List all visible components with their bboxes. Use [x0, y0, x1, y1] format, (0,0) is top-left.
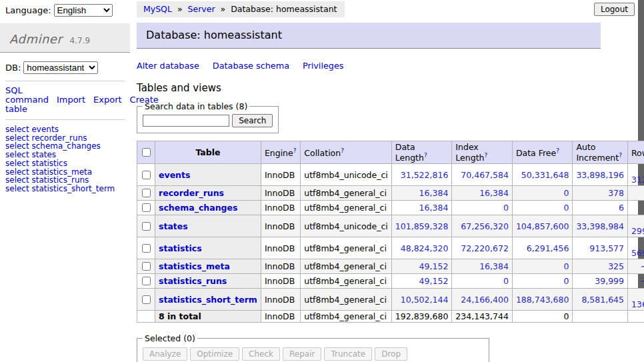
language-select[interactable]: English — [54, 4, 113, 17]
rows-value-statistics_meta[interactable]: ~ 244 — [640, 261, 644, 271]
data-free-value-states[interactable]: 104,857,600 — [516, 221, 569, 231]
sidebar-action-sql-command[interactable]: SQL command — [5, 85, 49, 105]
privileges-link[interactable]: Privileges — [303, 61, 344, 71]
tables-and-views-heading: Tables and views — [137, 82, 601, 94]
data-free-value-statistics[interactable]: 6,291,456 — [527, 243, 569, 253]
table-link-events[interactable]: events — [159, 170, 190, 180]
index-length-value-statistics_meta[interactable]: 16,384 — [479, 261, 509, 271]
help-icon[interactable]: ? — [484, 152, 487, 159]
index-length-value-statistics[interactable]: 72,220,672 — [461, 243, 509, 253]
table-link-states[interactable]: states — [159, 221, 188, 231]
auto-increment-value-events[interactable]: 33,898,196 — [576, 170, 624, 180]
row-checkbox-statistics_meta[interactable] — [142, 262, 151, 271]
database-schema-link[interactable]: Database schema — [213, 61, 289, 71]
index-length-cell: 0 — [452, 274, 513, 289]
index-length-value-states[interactable]: 67,256,320 — [461, 221, 509, 231]
index-length-value-schema_changes[interactable]: 0 — [503, 203, 509, 213]
optimize-button[interactable]: Optimize — [190, 347, 239, 361]
data-free-value-statistics_meta[interactable]: 0 — [563, 261, 569, 271]
sidebar-select-statistics[interactable]: select statistics — [5, 159, 125, 168]
index-length-value-statistics_runs[interactable]: 0 — [503, 276, 509, 286]
help-icon[interactable]: ? — [556, 147, 559, 154]
table-link-schema_changes[interactable]: schema_changes — [159, 203, 237, 213]
sidebar-select-states[interactable]: select states — [5, 151, 125, 159]
table-link-recorder_runs[interactable]: recorder_runs — [159, 188, 224, 198]
data-free-value-recorder_runs[interactable]: 0 — [563, 188, 569, 198]
data-length-value-statistics_runs[interactable]: 49,152 — [419, 276, 449, 286]
analyze-button[interactable]: Analyze — [143, 347, 187, 361]
select-all-checkbox[interactable] — [142, 148, 151, 157]
search-button[interactable]: Search — [232, 114, 273, 127]
breadcrumb-server[interactable]: Server — [188, 4, 215, 14]
index-length-cell: 70,467,584 — [452, 164, 513, 186]
sidebar-select-statistics_short_term[interactable]: select statistics_short_term — [5, 185, 125, 193]
data-length-value-states[interactable]: 101,859,328 — [395, 221, 449, 231]
drop-button[interactable]: Drop — [375, 347, 407, 361]
check-button[interactable]: Check — [242, 347, 280, 361]
row-checkbox-schema_changes[interactable] — [142, 203, 151, 212]
auto-increment-cell: 325 — [573, 259, 628, 274]
auto-increment-value-recorder_runs[interactable]: 378 — [608, 188, 624, 198]
index-length-value-recorder_runs[interactable]: 16,384 — [479, 188, 509, 198]
data-free-cell: 50,331,648 — [512, 164, 573, 186]
help-icon[interactable]: ? — [619, 152, 622, 159]
table-link-statistics_meta[interactable]: statistics_meta — [159, 261, 230, 271]
db-select[interactable]: homeassistant — [23, 61, 98, 74]
table-name-cell: recorder_runs — [155, 186, 261, 201]
data-free-value-events[interactable]: 50,331,648 — [521, 170, 569, 180]
table-row-statistics_short_term: statistics_short_termInnoDButf8mb4_gener… — [137, 289, 644, 311]
rows-value-states[interactable]: ~ 299,833 — [631, 216, 644, 236]
table-name-cell: statistics_short_term — [155, 289, 261, 311]
auto-increment-value-statistics_meta[interactable]: 325 — [608, 261, 624, 271]
table-link-statistics_runs[interactable]: statistics_runs — [159, 276, 227, 286]
help-icon[interactable]: ? — [341, 147, 344, 154]
help-icon[interactable]: ? — [293, 147, 297, 154]
data-length-value-events[interactable]: 31,522,816 — [401, 170, 449, 180]
total-label: 8 in total — [159, 311, 201, 321]
sidebar-action-import[interactable]: Import — [57, 95, 85, 105]
sidebar-select-events[interactable]: select events — [5, 125, 125, 134]
table-name-cell: schema_changes — [155, 201, 261, 215]
alter-database-link[interactable]: Alter database — [137, 61, 199, 71]
auto-increment-value-statistics_short_term[interactable]: 8,581,645 — [581, 295, 624, 305]
data-length-value-schema_changes[interactable]: 16,384 — [419, 203, 449, 213]
row-checkbox-statistics[interactable] — [142, 244, 151, 253]
collation-cell: utf8mb4_general_ci — [301, 259, 392, 274]
data-free-cell: 0 — [512, 201, 573, 215]
auto-increment-value-statistics[interactable]: 913,577 — [589, 243, 624, 253]
row-checkbox-statistics_runs[interactable] — [142, 277, 151, 285]
data-length-value-statistics[interactable]: 48,824,320 — [401, 243, 449, 253]
table-link-statistics[interactable]: statistics — [159, 243, 202, 253]
repair-button[interactable]: Repair — [283, 347, 321, 361]
auto-increment-value-schema_changes[interactable]: 6 — [619, 203, 624, 213]
data-length-value-statistics_short_term[interactable]: 10,502,144 — [401, 295, 449, 305]
row-checkbox-events[interactable] — [142, 171, 151, 179]
index-length-value-statistics_short_term[interactable]: 24,166,400 — [461, 295, 509, 305]
rows-value-statistics_short_term[interactable]: ~ 136,108 — [631, 289, 644, 309]
data-free-value-statistics_runs[interactable]: 0 — [563, 276, 569, 286]
data-free-value-schema_changes[interactable]: 0 — [563, 203, 569, 213]
sidebar-action-export[interactable]: Export — [93, 95, 122, 105]
rows-value-statistics[interactable]: ~ 569,159 — [631, 238, 644, 258]
help-icon[interactable]: ? — [424, 152, 427, 159]
auto-increment-value-states[interactable]: 33,398,984 — [576, 221, 624, 231]
data-length-value-recorder_runs[interactable]: 16,384 — [419, 188, 449, 198]
sidebar-table-links: select eventsselect recorder_runsselect … — [5, 125, 125, 193]
row-checkbox-statistics_short_term[interactable] — [142, 295, 151, 304]
data-length-value-statistics_meta[interactable]: 49,152 — [419, 261, 449, 271]
data-free-value-statistics_short_term[interactable]: 188,743,680 — [516, 295, 569, 305]
collation-cell: utf8mb4_general_ci — [301, 289, 392, 311]
row-checkbox-states[interactable] — [142, 222, 151, 231]
table-name-cell: events — [155, 164, 261, 186]
search-input[interactable] — [143, 115, 229, 127]
table-link-statistics_short_term[interactable]: statistics_short_term — [159, 295, 257, 305]
row-checkbox-recorder_runs[interactable] — [142, 189, 151, 197]
breadcrumb-mysql[interactable]: MySQL — [143, 4, 172, 14]
row-checkbox-cell — [137, 201, 155, 215]
truncate-button[interactable]: Truncate — [324, 347, 372, 361]
rows-value-events[interactable]: ~ 312,180 — [631, 165, 644, 185]
index-length-value-events[interactable]: 70,467,584 — [461, 170, 509, 180]
rows-value-statistics_runs[interactable]: ~ 628 — [640, 276, 644, 286]
auto-increment-value-statistics_runs[interactable]: 39,999 — [595, 276, 624, 286]
collation-cell: utf8mb4_general_ci — [301, 186, 392, 201]
